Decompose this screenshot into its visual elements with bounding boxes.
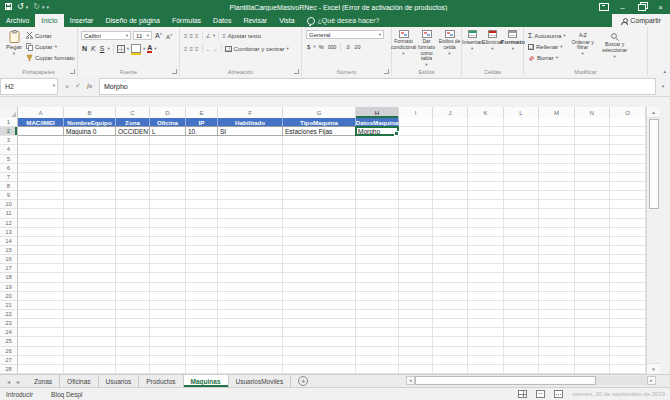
- tell-me-box[interactable]: ¿Qué desea hacer?: [301, 14, 386, 27]
- cell-F26[interactable]: [218, 347, 283, 356]
- cell-L4[interactable]: [504, 145, 539, 154]
- cell-N15[interactable]: [575, 246, 610, 255]
- cell-E4[interactable]: [186, 145, 218, 154]
- cell-L22[interactable]: [504, 310, 539, 319]
- cell-I27[interactable]: [399, 356, 433, 365]
- cell-F9[interactable]: [218, 191, 283, 200]
- cell-C7[interactable]: [116, 173, 150, 182]
- cell-C16[interactable]: [116, 255, 150, 264]
- cell-D28[interactable]: [150, 365, 186, 374]
- cell-G23[interactable]: [283, 319, 356, 328]
- cell-M26[interactable]: [539, 347, 575, 356]
- cell-E22[interactable]: [186, 310, 218, 319]
- cell-F22[interactable]: [218, 310, 283, 319]
- cell-B19[interactable]: [64, 283, 116, 292]
- cell-E11[interactable]: [186, 209, 218, 218]
- cell-N9[interactable]: [575, 191, 610, 200]
- cell-N19[interactable]: [575, 283, 610, 292]
- cell-F4[interactable]: [218, 145, 283, 154]
- cell-G12[interactable]: [283, 219, 356, 228]
- cell-G3[interactable]: [283, 136, 356, 145]
- cell-H28[interactable]: [356, 365, 399, 374]
- cell-F18[interactable]: [218, 273, 283, 282]
- cell-A19[interactable]: [18, 283, 64, 292]
- cell-L16[interactable]: [504, 255, 539, 264]
- cell-F12[interactable]: [218, 219, 283, 228]
- font-color-icon[interactable]: A: [147, 44, 152, 53]
- cancel-entry-icon[interactable]: ×: [65, 83, 69, 90]
- cell-O6[interactable]: [610, 164, 646, 173]
- fill-button[interactable]: Rellenar ▾: [528, 41, 566, 52]
- cell-E10[interactable]: [186, 200, 218, 209]
- cell-G9[interactable]: [283, 191, 356, 200]
- cell-D27[interactable]: [150, 356, 186, 365]
- cell-A15[interactable]: [18, 246, 64, 255]
- cell-K10[interactable]: [468, 200, 504, 209]
- cell-A18[interactable]: [18, 273, 64, 282]
- cell-L23[interactable]: [504, 319, 539, 328]
- cell-E26[interactable]: [186, 347, 218, 356]
- cell-J9[interactable]: [433, 191, 468, 200]
- formula-input[interactable]: Morpho: [99, 78, 656, 95]
- cell-M25[interactable]: [539, 337, 575, 346]
- undo-icon[interactable]: ↺: [17, 3, 24, 11]
- cell-H16[interactable]: [356, 255, 399, 264]
- cell-J2[interactable]: [433, 127, 468, 136]
- cell-B4[interactable]: [64, 145, 116, 154]
- cell-L27[interactable]: [504, 356, 539, 365]
- cell-B1[interactable]: NombreEquipo: [64, 118, 116, 127]
- page-break-view-icon[interactable]: [554, 390, 563, 398]
- cell-B15[interactable]: [64, 246, 116, 255]
- cell-D14[interactable]: [150, 237, 186, 246]
- cell-O11[interactable]: [610, 209, 646, 218]
- cell-I1[interactable]: [399, 118, 433, 127]
- cell-F13[interactable]: [218, 228, 283, 237]
- column-header-A[interactable]: A: [18, 107, 64, 118]
- cell-I5[interactable]: [399, 155, 433, 164]
- cell-G8[interactable]: [283, 182, 356, 191]
- cell-K25[interactable]: [468, 337, 504, 346]
- redo-icon[interactable]: ↻: [33, 3, 40, 11]
- row-header-20[interactable]: 20: [0, 292, 18, 301]
- cell-J14[interactable]: [433, 237, 468, 246]
- cell-C11[interactable]: [116, 209, 150, 218]
- cell-E19[interactable]: [186, 283, 218, 292]
- cell-N24[interactable]: [575, 328, 610, 337]
- cell-M23[interactable]: [539, 319, 575, 328]
- cell-O10[interactable]: [610, 200, 646, 209]
- column-header-C[interactable]: C: [116, 107, 150, 118]
- paste-button[interactable]: Pegar ▾: [2, 27, 26, 63]
- cell-D19[interactable]: [150, 283, 186, 292]
- cell-B21[interactable]: [64, 301, 116, 310]
- cell-N23[interactable]: [575, 319, 610, 328]
- cell-O25[interactable]: [610, 337, 646, 346]
- cell-H9[interactable]: [356, 191, 399, 200]
- cell-O5[interactable]: [610, 155, 646, 164]
- hscroll-left-icon[interactable]: ◂: [406, 376, 415, 385]
- cell-G13[interactable]: [283, 228, 356, 237]
- cell-B18[interactable]: [64, 273, 116, 282]
- align-center-icon[interactable]: ≡: [190, 46, 194, 52]
- cell-K2[interactable]: [468, 127, 504, 136]
- cell-D25[interactable]: [150, 337, 186, 346]
- cell-E21[interactable]: [186, 301, 218, 310]
- cell-G26[interactable]: [283, 347, 356, 356]
- cell-E7[interactable]: [186, 173, 218, 182]
- cell-F23[interactable]: [218, 319, 283, 328]
- cell-K22[interactable]: [468, 310, 504, 319]
- cell-I11[interactable]: [399, 209, 433, 218]
- cell-J11[interactable]: [433, 209, 468, 218]
- column-header-M[interactable]: M: [539, 107, 575, 118]
- cell-O2[interactable]: [610, 127, 646, 136]
- cell-J23[interactable]: [433, 319, 468, 328]
- cell-K18[interactable]: [468, 273, 504, 282]
- cell-H22[interactable]: [356, 310, 399, 319]
- cell-K15[interactable]: [468, 246, 504, 255]
- cell-J15[interactable]: [433, 246, 468, 255]
- cell-C21[interactable]: [116, 301, 150, 310]
- cell-D16[interactable]: [150, 255, 186, 264]
- cell-N20[interactable]: [575, 292, 610, 301]
- cell-N22[interactable]: [575, 310, 610, 319]
- cell-M28[interactable]: [539, 365, 575, 374]
- cell-B17[interactable]: [64, 264, 116, 273]
